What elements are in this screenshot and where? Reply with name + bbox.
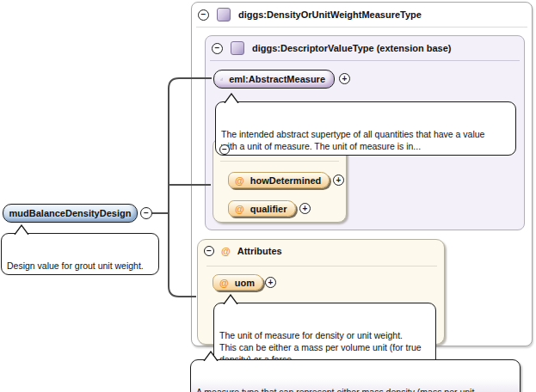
ref-name: eml:AbstractMeasure [229,74,325,84]
note-tail [203,351,219,361]
element-ref-icon [220,73,223,85]
collapse-toggle-icon[interactable]: − [140,207,152,219]
plus-glyph: + [303,205,308,213]
collapse-toggle-icon[interactable]: − [198,9,209,21]
attribute-marker-icon: @ [219,278,229,288]
minus-glyph: − [201,10,206,19]
type-annotation-note: A measure type that can represent either… [190,359,521,392]
collapse-toggle-icon[interactable]: − [204,246,214,256]
plus-glyph: + [268,279,274,287]
type-panel-title: diggs:DensityOrUnitWeightMeasureType [238,9,422,20]
attribute-marker-icon: @ [221,246,231,256]
expand-toggle-icon[interactable]: + [333,175,344,186]
schema-diagram: mudBalanceDensityDesign − Design value f… [0,0,536,392]
collapse-toggle-icon[interactable]: − [219,144,230,155]
complex-type-icon [231,41,244,55]
expand-toggle-icon[interactable]: + [299,203,311,214]
attributes-group-extension: − @ Attributes @ uom + The unit of measu… [197,239,445,345]
expand-toggle-icon[interactable]: + [265,277,276,288]
header-divider [196,27,527,28]
element-pill-mudbalancedensitydesign[interactable]: mudBalanceDensityDesign [3,204,138,223]
ref-annotation-note: The intended abstract supertype of all q… [215,101,516,156]
attribute-pill-qualifier[interactable]: @ qualifier [228,200,296,217]
note-tail [224,93,239,103]
complex-type-icon [217,8,231,21]
attribute-name: howDetermined [250,175,322,186]
attribute-name: qualifier [250,204,287,214]
attribute-name: uom [235,278,255,288]
plus-glyph: + [342,75,348,83]
attribute-pill-howdetermined[interactable]: @ howDetermined [228,172,330,188]
ref-annotation-text: The intended abstract supertype of all q… [221,129,484,151]
plus-glyph: + [336,176,342,185]
attributes-group-title: Attributes [237,246,282,256]
attribute-marker-icon: @ [235,175,244,186]
element-annotation-text: Design value for grout unit weight. [7,260,144,271]
attribute-marker-icon: @ [235,204,244,214]
collapse-toggle-icon[interactable]: − [212,43,223,54]
element-annotation-note: Design value for grout unit weight. [1,233,159,275]
expand-toggle-icon[interactable]: + [339,73,350,84]
minus-glyph: − [215,44,220,52]
note-tail [14,224,29,235]
element-name: mudBalanceDensityDesign [9,208,132,218]
type-panel-densityorunitweight: − diggs:DensityOrUnitWeightMeasureType −… [191,2,533,346]
note-tail [223,294,238,304]
ref-pill-abstractmeasure[interactable]: eml:AbstractMeasure [213,70,335,89]
group-divider [220,161,339,162]
base-type-panel-descriptorvaluetype: − diggs:DescriptorValueType (extension b… [205,35,525,230]
minus-glyph: − [222,145,227,154]
minus-glyph: − [206,247,212,255]
base-type-title: diggs:DescriptorValueType (extension bas… [252,43,451,53]
group-divider [206,266,437,266]
attribute-pill-uom[interactable]: @ uom [213,274,263,291]
minus-glyph: − [144,209,149,217]
type-annotation-text: A measure type that can represent either… [196,387,474,392]
header-divider [210,60,520,61]
